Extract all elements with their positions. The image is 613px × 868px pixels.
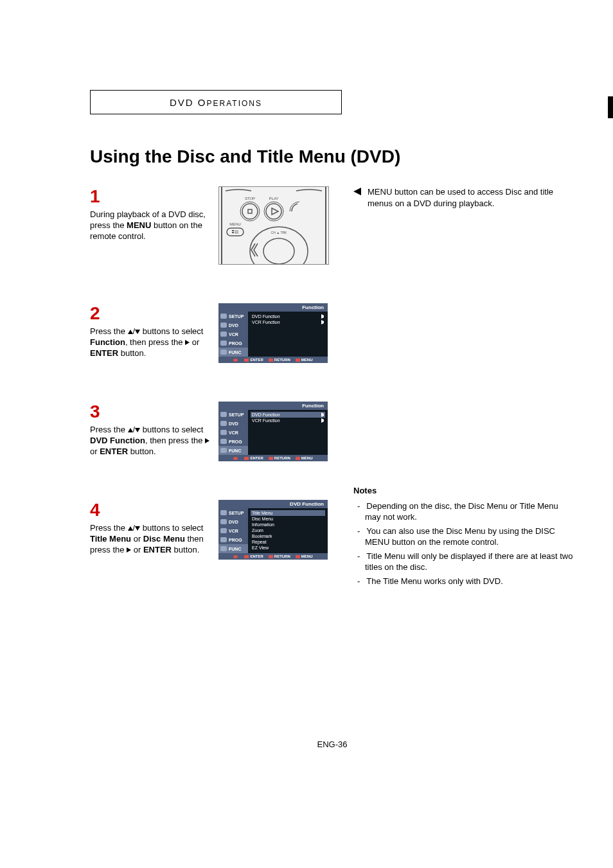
osd-main: DVD Function VCR Function — [248, 410, 328, 455]
side-column: MENU button can be used to access Disc a… — [353, 186, 574, 598]
svg-rect-12 — [232, 232, 234, 233]
content-grid: 1 During playback of a DVD disc, press t… — [90, 186, 574, 598]
vcr-mini-icon — [220, 332, 227, 337]
t: SETUP — [229, 511, 244, 515]
svg-rect-10 — [227, 228, 244, 236]
svg-rect-14 — [235, 233, 238, 233]
note-item: Title Menu will only be displayed if the… — [353, 551, 574, 573]
disc-mini-icon — [220, 519, 227, 524]
t: Information — [252, 522, 274, 527]
t: buttons to select — [140, 523, 203, 533]
t: VCR — [229, 430, 238, 435]
disc-mini-icon — [220, 421, 227, 426]
step-3-body: Press the / buttons to select DVD Functi… — [90, 425, 212, 457]
steps-column: 1 During playback of a DVD disc, press t… — [90, 186, 341, 598]
play-mini-icon — [321, 320, 324, 324]
t: Zoom — [252, 528, 263, 533]
osd-header: Function — [218, 402, 328, 410]
page-title: Using the Disc and Title Menu (DVD) — [90, 146, 574, 167]
play-mini-icon — [321, 418, 324, 423]
t: FUNC — [229, 350, 241, 355]
t: VCR — [229, 529, 238, 533]
down-arrow-icon — [135, 428, 140, 432]
t: MENU — [296, 358, 313, 362]
t: SETUP — [229, 412, 244, 417]
t: VCR Function — [252, 418, 280, 423]
svg-rect-1 — [325, 187, 326, 264]
osd-sidebar: SETUP DVD VCR PROG FUNC — [218, 410, 248, 455]
category-box: DVD OPERATIONS — [90, 90, 342, 114]
t: Repeat — [252, 540, 267, 544]
t: PROG — [229, 439, 242, 444]
svg-rect-4 — [248, 209, 252, 213]
callout-text: MENU button can be used to access Disc a… — [368, 186, 574, 209]
note-item: You can also use the Disc Menu by using … — [353, 526, 574, 548]
vcr-mini-icon — [220, 430, 227, 435]
t: DVD Function — [90, 436, 145, 445]
osd-footer: ENTER RETURN MENU — [218, 357, 328, 363]
svg-point-7 — [264, 202, 283, 221]
category-rest: PERATIONS — [207, 99, 262, 108]
step-1-text: 1 During playback of a DVD disc, press t… — [90, 186, 212, 265]
osd-dvd-function: DVD Function SETUP DVD VCR PROG FUNC Tit… — [218, 500, 328, 560]
osd-function-2: Function SETUP DVD VCR PROG FUNC DVD Fun… — [218, 402, 328, 461]
t: DVD Function — [252, 314, 280, 319]
func-mini-icon — [220, 350, 227, 355]
func-mini-icon — [220, 448, 227, 453]
t: Bookmark — [252, 534, 272, 538]
remote-svg: STOP PLAY MENU — [219, 187, 328, 264]
t: Function — [90, 337, 125, 347]
down-arrow-icon — [135, 330, 140, 334]
callout-arrow — [353, 186, 362, 209]
t: or — [90, 447, 100, 456]
t: ENTER — [244, 456, 263, 460]
t: EZ View — [252, 545, 269, 550]
t: buttons to select — [140, 326, 203, 336]
notes-heading: Notes — [353, 485, 574, 497]
right-arrow-icon — [205, 438, 209, 443]
svg-point-16 — [263, 238, 294, 264]
svg-text:PLAY: PLAY — [269, 197, 279, 200]
step-3: 3 Press the / buttons to select DVD Func… — [90, 402, 341, 461]
note-item: The Title Menu works only with DVD. — [353, 576, 574, 587]
play-mini-icon — [321, 314, 324, 319]
t: DVD — [229, 421, 238, 426]
gear-mini-icon — [220, 510, 227, 515]
notes-block: Notes Depending on the disc, the Disc Me… — [353, 485, 574, 587]
osd-header: Function — [218, 303, 328, 312]
t: button. — [172, 545, 199, 554]
svg-text:CH ▲ TRK: CH ▲ TRK — [271, 231, 288, 235]
t: Press the — [90, 523, 128, 533]
menu-callout: MENU button can be used to access Disc a… — [353, 186, 574, 209]
t: ENTER — [90, 348, 118, 358]
t: ENTER — [244, 358, 263, 362]
move-icon — [233, 456, 239, 460]
t: , then press the — [145, 436, 205, 445]
t: RETURN — [269, 554, 290, 558]
func-mini-icon — [220, 546, 227, 551]
down-arrow-icon — [135, 526, 140, 531]
t: or — [131, 545, 143, 554]
up-arrow-icon — [128, 428, 133, 432]
t: Press the — [90, 425, 128, 434]
step-1-body: During playback of a DVD disc, press the… — [90, 209, 212, 242]
notes-list: Depending on the disc, the Disc Menu or … — [353, 500, 574, 587]
left-arrow-icon — [353, 188, 361, 195]
step-4-num: 4 — [90, 500, 212, 520]
step-4-body: Press the / buttons to select Title Menu… — [90, 523, 212, 556]
t: PROG — [229, 538, 242, 542]
osd-function-1: Function SETUP DVD VCR PROG FUNC DVD Fun… — [218, 303, 328, 363]
t: , then press the — [125, 337, 185, 347]
t: DVD Function — [252, 412, 280, 417]
osd-header: DVD Function — [218, 500, 328, 508]
clock-mini-icon — [220, 439, 227, 444]
svg-point-3 — [240, 202, 260, 221]
t: FUNC — [229, 448, 241, 453]
step-2-num: 2 — [90, 303, 212, 324]
t: VCR Function — [252, 320, 280, 324]
step-4: 4 Press the / buttons to select Title Me… — [90, 500, 341, 560]
note-item: Depending on the disc, the Disc Menu or … — [353, 500, 574, 523]
gear-mini-icon — [220, 314, 227, 319]
t: MENU — [296, 456, 313, 460]
step-3-num: 3 — [90, 402, 212, 422]
